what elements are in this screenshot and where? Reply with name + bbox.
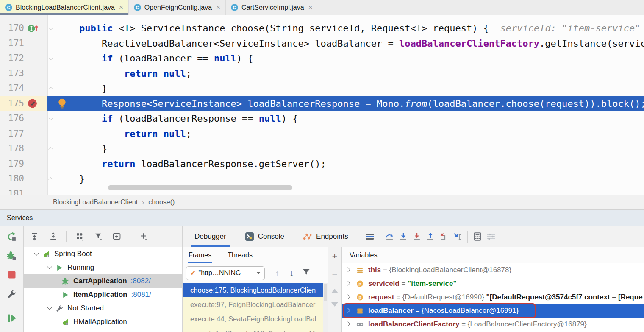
code-line[interactable]: 175 Response<ServiceInstance> loadBalanc… (0, 96, 644, 112)
port-link[interactable]: :8082/ (131, 277, 151, 285)
tab-console[interactable]: Console (243, 226, 286, 247)
chevron-down-icon[interactable] (47, 264, 52, 269)
editor-tab[interactable]: COpenFeignConfig.java× (129, 0, 226, 15)
tab-debugger[interactable]: Debugger (193, 226, 228, 247)
add-watch-button[interactable]: + (332, 251, 338, 261)
rerun-button[interactable] (6, 231, 17, 242)
add-service-button[interactable] (138, 231, 149, 242)
tab-endpoints[interactable]: Endpoints (301, 226, 350, 247)
remove-watch-button[interactable]: − (332, 270, 338, 279)
drop-frame-button[interactable] (439, 232, 449, 241)
implementing-method-icon[interactable] (27, 24, 40, 33)
filter-button[interactable] (93, 231, 104, 242)
variable-row[interactable]: prequest = {DefaultRequest@16990} "[Defa… (342, 290, 644, 304)
code-text[interactable]: return null; (57, 66, 644, 81)
services-tree-row[interactable]: Running (24, 261, 182, 274)
code-text[interactable]: } (57, 81, 644, 96)
code-text[interactable]: ReactiveLoadBalancer<ServiceInstance> lo… (57, 36, 644, 51)
group-by-button[interactable] (74, 231, 85, 242)
code-line[interactable]: 181 (0, 187, 644, 195)
close-icon[interactable]: × (119, 4, 123, 11)
fold-end-icon[interactable] (48, 87, 53, 92)
run-to-cursor-button[interactable] (453, 232, 462, 241)
stack-frame-row[interactable]: execute:44, SeataFeignBlockingLoadBal (183, 312, 328, 326)
expand-all-button[interactable] (29, 231, 40, 242)
services-tree-row[interactable]: Spring Boot (24, 247, 182, 261)
next-frame-button[interactable]: ↓ (289, 268, 294, 278)
services-panel-header[interactable]: Services (0, 209, 644, 226)
stack-frame-row[interactable]: executeAndDecode:118, SynchronousM (183, 326, 328, 332)
chevron-right-icon[interactable] (345, 267, 350, 272)
chevron-down-icon[interactable] (47, 305, 52, 310)
scroll-down-button[interactable] (331, 302, 338, 307)
code-line[interactable]: 176 if (loadBalancerResponse == null) { (0, 111, 644, 126)
chevron-right-icon[interactable] (345, 321, 350, 326)
intention-bulb-icon[interactable] (57, 98, 67, 111)
fold-start-icon[interactable] (48, 115, 53, 120)
code-line[interactable]: 177 return null; (0, 126, 644, 142)
fold-end-icon[interactable] (48, 177, 53, 182)
chevron-right-icon[interactable] (345, 308, 350, 312)
tab-threads[interactable]: Threads (227, 251, 253, 263)
editor-tab[interactable]: CBlockingLoadBalancerClient.java× (0, 0, 129, 15)
chevron-right-icon[interactable] (345, 281, 350, 285)
code-line[interactable]: 179 return loadBalancerResponse.getServe… (0, 156, 644, 172)
edit-configuration-button[interactable] (6, 288, 17, 299)
code-text[interactable]: public <T> ServiceInstance choose(String… (57, 21, 644, 36)
variable-row[interactable]: this = {BlockingLoadBalancerClient@16878… (342, 263, 644, 277)
layout-settings-button[interactable] (486, 232, 496, 241)
view-options-icon[interactable] (365, 232, 375, 241)
tab-frames[interactable]: Frames (188, 251, 212, 263)
code-text[interactable]: } (57, 141, 644, 156)
code-text[interactable]: Response<ServiceInstance> loadBalancerRe… (57, 96, 644, 112)
code-text[interactable]: return loadBalancerResponse.getServer(); (57, 156, 644, 172)
variable-row[interactable]: pserviceId = "item-service" (342, 277, 644, 290)
code-line[interactable]: 170 public <T> ServiceInstance choose(St… (0, 21, 644, 36)
frames-scrollbar[interactable] (323, 283, 328, 332)
chevron-right-icon[interactable] (345, 294, 350, 299)
code-line[interactable]: 172 if (loadBalancer == null) { (0, 51, 644, 66)
resume-button[interactable] (6, 312, 17, 324)
services-tree-row[interactable]: CartApplication:8082/ (24, 274, 182, 288)
breadcrumb-method[interactable]: choose() (148, 198, 175, 206)
code-line[interactable]: 174 } (0, 81, 644, 96)
scroll-up-button[interactable] (331, 289, 338, 293)
close-icon[interactable]: × (216, 4, 220, 11)
collapse-all-button[interactable] (47, 231, 58, 242)
add-configuration-button[interactable] (111, 231, 122, 242)
editor-tab[interactable]: CCartServiceImpl.java× (226, 0, 318, 15)
step-into-button[interactable] (399, 232, 408, 241)
previous-frame-button[interactable]: ↑ (275, 268, 279, 278)
services-tree-row[interactable]: Not Started (24, 301, 182, 315)
step-out-button[interactable] (426, 232, 435, 241)
fold-start-icon[interactable] (48, 25, 53, 30)
code-text[interactable]: return null; (57, 126, 644, 142)
chevron-down-icon[interactable] (34, 251, 39, 255)
services-tree-row[interactable]: ItemApplication:8081/ (24, 288, 182, 301)
stack-frame-row[interactable]: choose:175, BlockingLoadBalancerClien (183, 283, 328, 297)
code-line[interactable]: 178 } (0, 141, 644, 156)
stack-frame-row[interactable]: execute:97, FeignBlockingLoadBalancer (183, 297, 328, 312)
variable-row[interactable]: loadBalancer = {NacosLoadBalancer@16991} (342, 304, 644, 318)
code-text[interactable]: } (57, 171, 644, 187)
breakpoint-icon[interactable] (27, 98, 38, 109)
breadcrumb-class[interactable]: BlockingLoadBalancerClient (53, 198, 138, 206)
services-tree-row[interactable]: HMallApplication (24, 315, 182, 329)
force-step-into-button[interactable] (412, 232, 422, 241)
close-icon[interactable]: × (308, 4, 313, 11)
port-link[interactable]: :8081/ (131, 290, 151, 299)
code-line[interactable]: 180 } (0, 171, 644, 187)
code-editor[interactable]: 170 public <T> ServiceInstance choose(St… (0, 15, 644, 195)
code-line[interactable]: 171 ReactiveLoadBalancer<ServiceInstance… (0, 36, 644, 51)
evaluate-expression-button[interactable] (473, 232, 482, 241)
services-tree-row[interactable] (24, 329, 182, 332)
fold-end-icon[interactable] (48, 147, 53, 152)
filter-frames-button[interactable] (302, 268, 311, 279)
code-text[interactable]: if (loadBalancerResponse == null) { (57, 111, 644, 126)
thread-selector-dropdown[interactable]: ✔ "http…NNING (186, 266, 265, 280)
code-line[interactable]: 173 return null; (0, 66, 644, 81)
horizontal-scrollbar[interactable] (108, 185, 292, 190)
restart-debug-button[interactable] (6, 250, 17, 261)
stop-button[interactable] (6, 269, 17, 280)
code-text[interactable]: if (loadBalancer == null) { (57, 51, 644, 66)
